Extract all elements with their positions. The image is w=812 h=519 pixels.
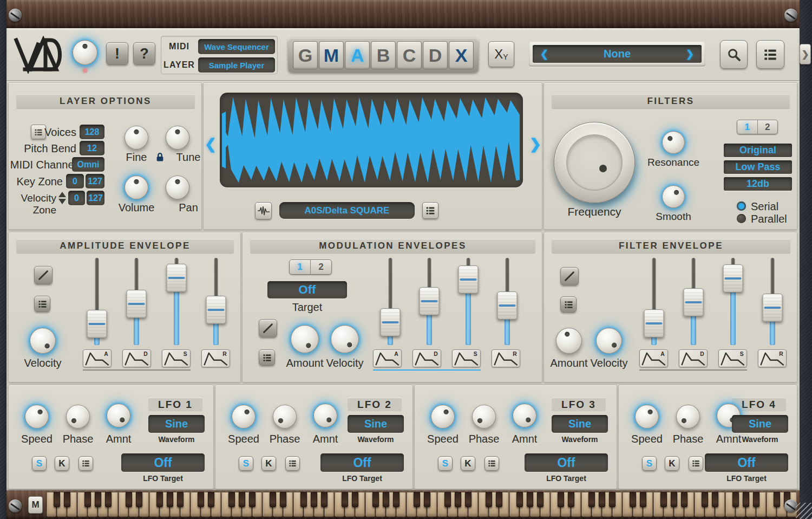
- adsr-r-button[interactable]: R: [492, 349, 520, 367]
- piano-key-black[interactable]: [239, 492, 245, 507]
- lfo-1-target-select[interactable]: Off: [121, 453, 205, 472]
- piano-key-black[interactable]: [568, 492, 574, 507]
- envelope-slider[interactable]: [156, 261, 197, 342]
- piano-key-black[interactable]: [444, 492, 451, 507]
- slider-handle[interactable]: [497, 291, 518, 320]
- filter-env-menu-button[interactable]: [560, 296, 577, 313]
- lfo-3-menu-button[interactable]: [484, 456, 499, 471]
- piano-key-black[interactable]: [753, 492, 759, 507]
- slider-handle[interactable]: [684, 288, 704, 316]
- filter-env-amount-knob[interactable]: [556, 328, 582, 354]
- lfo-4-key-button[interactable]: K: [665, 456, 679, 471]
- amp-velocity-knob[interactable]: [30, 328, 56, 354]
- lfo-4-menu-button[interactable]: [689, 456, 703, 471]
- layer-mode-value[interactable]: Sample Player: [198, 57, 275, 73]
- key-zone-high[interactable]: 127: [86, 174, 104, 189]
- piano-key-black[interactable]: [732, 492, 739, 507]
- volume-knob[interactable]: [125, 176, 148, 199]
- envelope-slider[interactable]: [713, 261, 753, 342]
- pan-knob[interactable]: [166, 176, 189, 199]
- group-button-d[interactable]: D: [423, 41, 448, 69]
- lfo-3-waveform-select[interactable]: Sine: [552, 415, 608, 433]
- piano-key-black[interactable]: [208, 492, 214, 507]
- envelope-slider[interactable]: [449, 261, 488, 342]
- fine-knob[interactable]: [125, 126, 148, 150]
- filter-tab-2[interactable]: 2: [758, 120, 778, 134]
- piano-key-black[interactable]: [156, 492, 163, 507]
- resize-grip[interactable]: [796, 503, 812, 519]
- envelope-slider[interactable]: [752, 261, 792, 342]
- envelope-slider[interactable]: [674, 261, 713, 342]
- pitch-bend-value[interactable]: 12: [80, 141, 104, 155]
- piano-key-black[interactable]: [280, 492, 286, 507]
- group-button-c[interactable]: C: [397, 41, 422, 69]
- filter-tab-1[interactable]: 1: [737, 120, 757, 134]
- piano-key-black[interactable]: [342, 492, 348, 507]
- mod-env-tab-1[interactable]: 1: [290, 260, 310, 274]
- preset-value[interactable]: None: [604, 48, 631, 60]
- sample-next-button[interactable]: ❯: [529, 136, 541, 153]
- filter-mode-select[interactable]: Original: [724, 144, 792, 157]
- piano-key-black[interactable]: [774, 492, 780, 507]
- piano-key-black[interactable]: [64, 492, 70, 507]
- piano-key-black[interactable]: [558, 492, 564, 507]
- lfo-4-sync-button[interactable]: S: [642, 456, 657, 471]
- filter-env-curve-button[interactable]: [560, 267, 579, 286]
- browser-list-button[interactable]: [756, 40, 784, 69]
- piano-key-black[interactable]: [455, 492, 461, 507]
- help-button[interactable]: ?: [133, 42, 155, 65]
- piano-key-black[interactable]: [300, 492, 307, 507]
- smooth-knob[interactable]: [662, 185, 685, 208]
- filter-env-velocity-knob[interactable]: [596, 328, 622, 354]
- adsr-d-button[interactable]: D: [122, 349, 151, 367]
- envelope-slider[interactable]: [371, 261, 410, 342]
- piano-key-black[interactable]: [671, 492, 677, 507]
- slider-handle[interactable]: [762, 294, 782, 322]
- keyboard-mute-button[interactable]: M: [28, 496, 43, 514]
- piano-key-black[interactable]: [588, 492, 595, 507]
- serial-radio[interactable]: [737, 202, 746, 211]
- piano-key-black[interactable]: [228, 492, 235, 507]
- lfo-1-waveform-select[interactable]: Sine: [148, 415, 205, 433]
- group-button-a[interactable]: A: [345, 41, 370, 69]
- piano-key-black[interactable]: [743, 492, 749, 507]
- lfo-2-amount-knob[interactable]: [313, 404, 337, 427]
- mod-amount-knob[interactable]: [291, 325, 319, 353]
- key-zone-low[interactable]: 0: [66, 174, 84, 189]
- piano-key-black[interactable]: [702, 492, 708, 507]
- piano-key-black[interactable]: [414, 492, 420, 507]
- adsr-r-button[interactable]: R: [758, 349, 787, 367]
- parallel-radio[interactable]: [737, 214, 746, 223]
- lfo-3-target-select[interactable]: Off: [525, 453, 608, 472]
- piano-key-black[interactable]: [270, 492, 276, 507]
- lock-icon[interactable]: [155, 152, 165, 163]
- search-button[interactable]: [720, 40, 748, 69]
- envelope-slider[interactable]: [117, 261, 157, 342]
- adsr-a-button[interactable]: A: [83, 349, 112, 367]
- mod-velocity-knob[interactable]: [331, 325, 359, 353]
- piano-key-black[interactable]: [105, 492, 112, 507]
- adsr-r-button[interactable]: R: [201, 349, 230, 367]
- mod-menu-button[interactable]: [259, 349, 275, 366]
- xy-pad-button[interactable]: XY: [488, 41, 514, 67]
- alert-button[interactable]: !: [106, 42, 128, 65]
- lfo-2-speed-knob[interactable]: [232, 405, 256, 429]
- piano-key-black[interactable]: [516, 492, 523, 507]
- slider-handle[interactable]: [723, 264, 743, 293]
- filter-tab-switch[interactable]: 1 2: [737, 120, 778, 134]
- adsr-s-button[interactable]: S: [718, 349, 747, 367]
- piano-key-black[interactable]: [372, 492, 379, 507]
- lfo-2-key-button[interactable]: K: [261, 456, 276, 471]
- piano-key-black[interactable]: [167, 492, 173, 507]
- piano-key-black[interactable]: [95, 492, 101, 507]
- lfo-3-key-button[interactable]: K: [461, 456, 475, 471]
- adsr-d-button[interactable]: D: [679, 349, 708, 367]
- sample-name-display[interactable]: A0S/Delta SQUARE: [279, 202, 415, 219]
- slider-handle[interactable]: [459, 265, 479, 294]
- sample-prev-button[interactable]: ❮: [205, 136, 217, 153]
- lfo-1-speed-knob[interactable]: [25, 405, 49, 429]
- mod-target-select[interactable]: Off: [267, 281, 347, 299]
- piano-key-black[interactable]: [527, 492, 533, 507]
- midi-mode-value[interactable]: Wave Sequencer: [198, 39, 275, 54]
- lfo-3-amount-knob[interactable]: [513, 404, 536, 427]
